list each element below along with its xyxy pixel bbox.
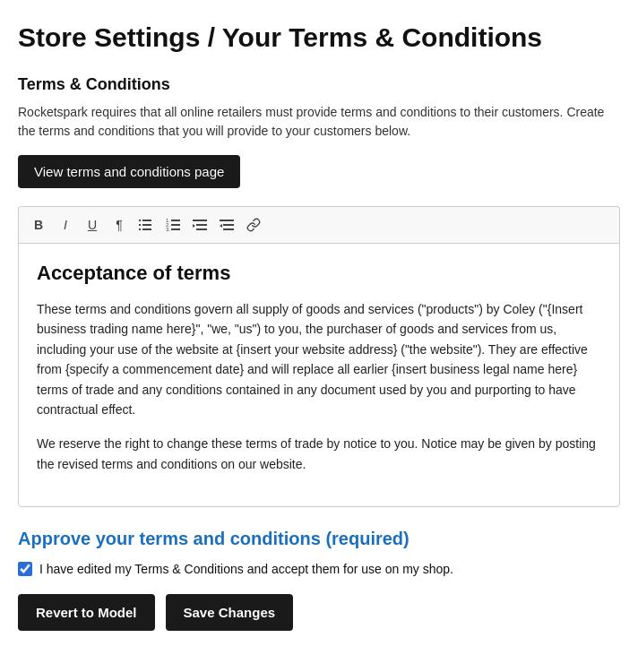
indent-decrease-icon — [193, 218, 207, 232]
action-buttons: Revert to Model Save Changes — [18, 594, 620, 631]
revert-button[interactable]: Revert to Model — [18, 594, 155, 631]
checkbox-label: I have edited my Terms & Conditions and … — [39, 562, 453, 576]
indent-decrease-button[interactable] — [187, 212, 212, 237]
link-button[interactable] — [241, 212, 266, 237]
svg-rect-12 — [193, 220, 207, 221]
indent-increase-icon — [220, 218, 234, 232]
editor-paragraph-1: These terms and conditions govern all su… — [37, 299, 601, 419]
view-terms-button[interactable]: View terms and conditions page — [18, 155, 240, 188]
checkbox-row: I have edited my Terms & Conditions and … — [18, 562, 620, 576]
svg-rect-17 — [223, 224, 234, 226]
editor-paragraph-2: We reserve the right to change these ter… — [37, 434, 601, 474]
editor-toolbar: B I U ¶ 1. 2. 3. — [18, 206, 620, 243]
svg-rect-0 — [139, 220, 141, 221]
indent-increase-button[interactable] — [214, 212, 239, 237]
svg-rect-3 — [142, 224, 151, 226]
paragraph-button[interactable]: ¶ — [107, 212, 132, 237]
save-button[interactable]: Save Changes — [166, 594, 294, 631]
bold-button[interactable]: B — [26, 212, 51, 237]
ordered-list-icon: 1. 2. 3. — [166, 218, 180, 232]
editor-heading: Acceptance of terms — [37, 262, 601, 285]
svg-rect-5 — [142, 228, 151, 230]
svg-rect-14 — [196, 228, 207, 230]
svg-rect-13 — [196, 224, 207, 226]
link-icon — [246, 218, 261, 232]
svg-rect-11 — [171, 228, 180, 230]
svg-marker-15 — [193, 224, 195, 228]
underline-button[interactable]: U — [80, 212, 105, 237]
svg-rect-18 — [223, 228, 234, 230]
unordered-list-button[interactable] — [134, 212, 159, 237]
italic-button[interactable]: I — [53, 212, 78, 237]
svg-marker-19 — [220, 224, 222, 228]
terms-section-title: Terms & Conditions — [18, 75, 620, 94]
svg-rect-2 — [139, 224, 141, 226]
svg-text:3.: 3. — [166, 227, 170, 232]
editor-area[interactable]: Acceptance of terms These terms and cond… — [18, 243, 620, 507]
description-text: Rocketspark requires that all online ret… — [18, 103, 620, 141]
svg-rect-1 — [142, 220, 151, 221]
ordered-list-button[interactable]: 1. 2. 3. — [160, 212, 185, 237]
svg-rect-4 — [139, 228, 141, 230]
svg-rect-16 — [220, 220, 234, 221]
accept-checkbox[interactable] — [18, 562, 32, 576]
svg-rect-7 — [171, 220, 180, 221]
approve-section-title: Approve your terms and conditions (requi… — [18, 529, 620, 549]
page-title: Store Settings / Your Terms & Conditions — [18, 22, 620, 54]
unordered-list-icon — [139, 218, 153, 232]
svg-rect-9 — [171, 224, 180, 226]
